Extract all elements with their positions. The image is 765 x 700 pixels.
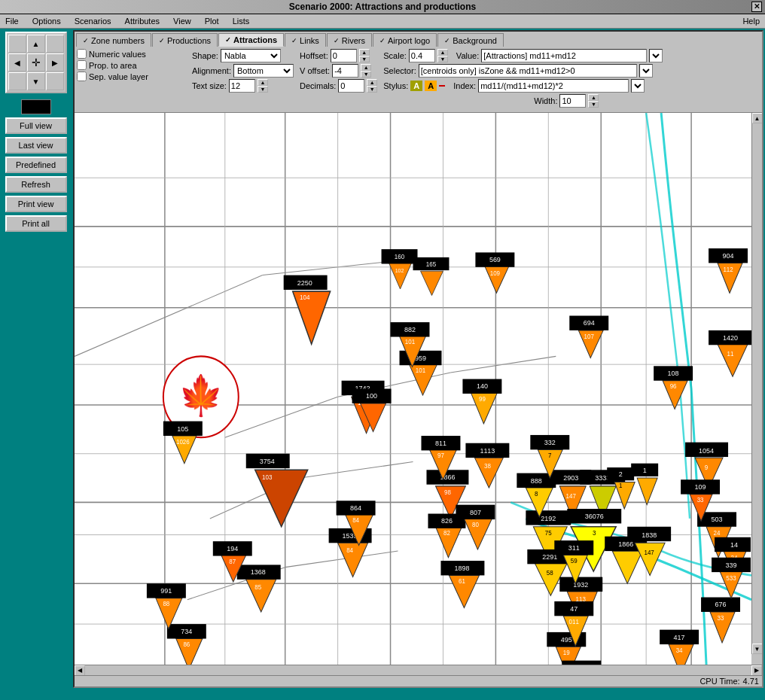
svg-text:2250: 2250 [297,278,312,286]
selector-label: Selector: [383,66,416,75]
svg-text:1: 1 [619,482,623,489]
refresh-button[interactable]: Refresh [5,176,67,193]
text-size-up[interactable]: ▲ [258,79,268,86]
text-size-spinner: ▲ ▼ [258,79,268,93]
numeric-values-checkbox[interactable] [77,49,87,59]
menu-plot[interactable]: Plot [203,16,221,26]
decimals-input[interactable] [338,79,364,93]
decimals-up[interactable]: ▲ [367,79,377,86]
prop-to-area-label: Prop. to area [89,61,137,70]
width-down[interactable]: ▼ [588,101,599,108]
index-input[interactable] [478,79,629,93]
scale-input[interactable] [409,49,435,62]
index-select[interactable] [631,79,645,93]
scale-column: Scale: ▲ ▼ Value: Selector: [383,49,760,108]
horizontal-scrollbar[interactable]: ◀ ▶ [75,665,762,675]
text-size-input[interactable] [229,79,255,93]
scroll-down-button[interactable]: ▼ [752,644,763,654]
sidebar: ▲ ◀ ✛ ▶ ▼ Full view Last view Predefined… [0,29,72,689]
decimals-down[interactable]: ▼ [367,86,377,93]
svg-text:38: 38 [484,462,491,470]
voffset-down[interactable]: ▼ [361,71,371,78]
sep-value-checkbox[interactable] [77,72,87,81]
svg-text:75: 75 [545,528,552,536]
menu-lists[interactable]: Lists [230,16,252,26]
svg-text:417: 417 [674,633,685,641]
scroll-left-button[interactable]: ◀ [75,665,85,676]
print-all-button[interactable]: Print all [5,215,67,232]
nav-down[interactable]: ▼ [27,72,45,90]
svg-text:339: 339 [726,561,737,568]
scale-up[interactable]: ▲ [437,49,448,56]
svg-text:694: 694 [584,319,595,327]
svg-text:88: 88 [163,600,169,607]
selector-select[interactable] [639,64,653,78]
menu-file[interactable]: File [3,16,21,26]
svg-text:882: 882 [404,326,416,333]
tab-zone-numbers[interactable]: ✓ Zone numbers [76,33,151,47]
nav-left[interactable]: ◀ [8,53,26,72]
menu-help[interactable]: Help [740,16,762,26]
checkbox-column: Numeric values Prop. to area Sep. value … [77,49,186,81]
menu-attributes[interactable]: Attributes [123,16,162,26]
value-select[interactable] [649,49,663,62]
stylus-c[interactable] [439,85,445,87]
svg-text:107: 107 [584,332,595,339]
hoffset-down[interactable]: ▼ [359,56,370,62]
svg-text:104: 104 [300,294,310,301]
width-up[interactable]: ▲ [588,94,599,101]
map-canvas[interactable]: 🍁 3333 2903 147 [75,113,751,665]
print-view-button[interactable]: Print view [5,196,67,212]
tab-background[interactable]: ✓ Background [437,33,504,47]
nav-top-left[interactable] [8,35,26,53]
nav-top-right[interactable] [46,35,64,53]
hoffset-input[interactable] [331,49,357,62]
tab-airport-logo[interactable]: ✓ Airport logo [373,33,437,47]
scale-down[interactable]: ▼ [437,56,448,62]
svg-text:1838: 1838 [642,531,657,538]
svg-text:332: 332 [544,439,556,446]
close-button[interactable]: ✕ [751,2,762,12]
shape-select[interactable]: Nabla [221,49,281,62]
last-view-button[interactable]: Last view [5,137,67,154]
menu-view[interactable]: View [171,16,194,26]
nav-bottom-right[interactable] [46,72,64,90]
text-size-down[interactable]: ▼ [258,86,268,93]
nav-center[interactable]: ✛ [27,53,45,72]
hoffset-up[interactable]: ▲ [359,49,370,56]
voffset-input[interactable] [332,64,358,78]
menu-bar: File Options Scenarios Attributes View P… [0,14,765,29]
tab-productions[interactable]: ✓ Productions [152,33,218,47]
selector-input[interactable] [419,64,637,78]
full-view-button[interactable]: Full view [5,117,67,134]
menu-scenarios[interactable]: Scenarios [72,16,114,26]
tab-rivers[interactable]: ✓ Rivers [327,33,372,47]
voffset-up[interactable]: ▲ [361,64,371,71]
menu-options[interactable]: Options [30,16,63,26]
vertical-scrollbar[interactable]: ▲ ▼ [751,113,762,654]
svg-text:3: 3 [593,528,596,536]
tab-attractions[interactable]: ✓ Attractions [218,33,284,47]
map-inner[interactable]: ▲ ▼ [75,113,762,665]
scroll-right-button[interactable]: ▶ [751,665,762,676]
prop-to-area-checkbox[interactable] [77,60,87,70]
svg-text:🍁: 🍁 [178,373,224,419]
app-title: Scenario 2000: Attractions and productio… [289,2,476,12]
nav-bottom-left[interactable] [8,72,26,90]
nav-right[interactable]: ▶ [46,53,64,72]
tab-links[interactable]: ✓ Links [285,33,326,47]
value-input[interactable] [481,49,647,62]
stylus-b[interactable]: A [425,81,437,91]
stylus-a[interactable]: A [410,81,422,91]
predefined-button[interactable]: Predefined [5,157,67,173]
text-size-row: Text size: ▲ ▼ [192,79,294,93]
nav-up[interactable]: ▲ [27,35,45,53]
svg-text:96: 96 [670,382,677,390]
width-input[interactable] [559,94,586,108]
scroll-up-button[interactable]: ▲ [752,113,763,123]
alignment-select[interactable]: Bottom [233,64,294,78]
svg-text:194: 194 [227,545,238,552]
zoom-rect[interactable] [21,99,51,114]
svg-text:311: 311 [568,544,580,552]
alignment-row: Alignment: Bottom [192,64,294,78]
